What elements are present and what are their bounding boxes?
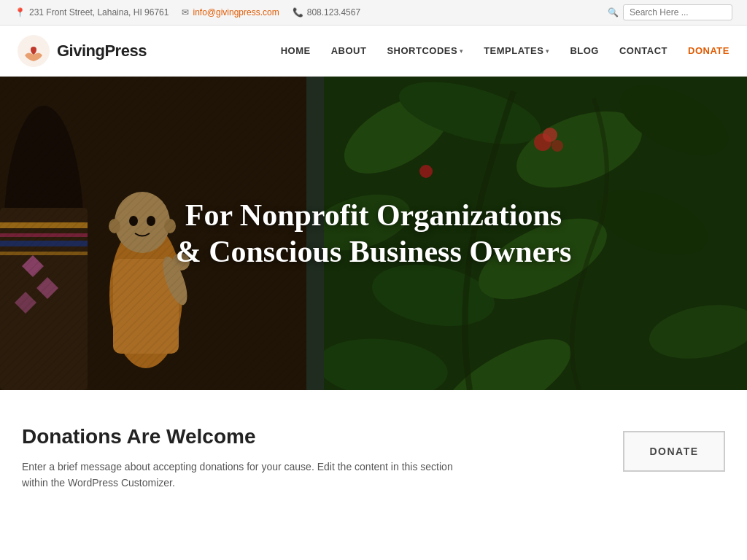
donation-text-block: Donations Are Welcome Enter a brief mess…	[22, 425, 460, 491]
location-icon: 📍	[15, 7, 26, 18]
hero-title-line1: For Nonprofit Organizations	[185, 198, 562, 232]
site-header: GivingPress HOME ABOUT SHORTCODES ▾ TEMP…	[0, 26, 747, 77]
donation-section: Donations Are Welcome Enter a brief mess…	[0, 390, 747, 521]
main-nav: HOME ABOUT SHORTCODES ▾ TEMPLATES ▾ BLOG…	[281, 45, 729, 56]
shortcodes-chevron-icon: ▾	[460, 47, 463, 55]
search-input[interactable]	[623, 4, 732, 20]
nav-about[interactable]: ABOUT	[331, 45, 367, 56]
email-link[interactable]: info@givingpress.com	[193, 7, 279, 18]
phone-icon: 📞	[293, 7, 303, 18]
nav-templates-wrapper[interactable]: TEMPLATES ▾	[484, 45, 549, 56]
address-text: 231 Front Street, Lahaina, HI 96761	[29, 7, 169, 18]
nav-blog[interactable]: BLOG	[570, 45, 599, 56]
donate-button[interactable]: DONATE	[623, 431, 725, 472]
nav-donate[interactable]: DONATE	[688, 45, 729, 56]
nav-shortcodes-wrapper[interactable]: SHORTCODES ▾	[387, 45, 463, 56]
donation-title: Donations Are Welcome	[22, 425, 460, 448]
hero-text-block: For Nonprofit Organizations & Conscious …	[147, 197, 600, 271]
templates-chevron-icon: ▾	[546, 47, 549, 55]
nav-contact[interactable]: CONTACT	[619, 45, 667, 56]
email-item[interactable]: ✉ info@givingpress.com	[182, 7, 279, 18]
nav-shortcodes[interactable]: SHORTCODES	[387, 45, 457, 56]
donation-description: Enter a brief message about accepting do…	[22, 459, 460, 491]
search-area: 🔍	[608, 4, 732, 20]
phone-text: 808.123.4567	[307, 7, 360, 18]
logo-icon	[18, 35, 50, 67]
hero-section: For Nonprofit Organizations & Conscious …	[0, 77, 747, 390]
logo-text: GivingPress	[57, 42, 147, 61]
email-icon: ✉	[182, 7, 189, 18]
hero-title: For Nonprofit Organizations & Conscious …	[147, 197, 600, 271]
top-bar: 📍 231 Front Street, Lahaina, HI 96761 ✉ …	[0, 0, 747, 26]
search-icon: 🔍	[608, 7, 619, 18]
address-item: 📍 231 Front Street, Lahaina, HI 96761	[15, 7, 169, 18]
nav-templates[interactable]: TEMPLATES	[484, 45, 543, 56]
top-bar-left: 📍 231 Front Street, Lahaina, HI 96761 ✉ …	[15, 7, 360, 18]
nav-home[interactable]: HOME	[281, 45, 311, 56]
hero-title-line2: & Conscious Business Owners	[176, 235, 572, 268]
logo-link[interactable]: GivingPress	[18, 35, 147, 67]
phone-item: 📞 808.123.4567	[293, 7, 360, 18]
